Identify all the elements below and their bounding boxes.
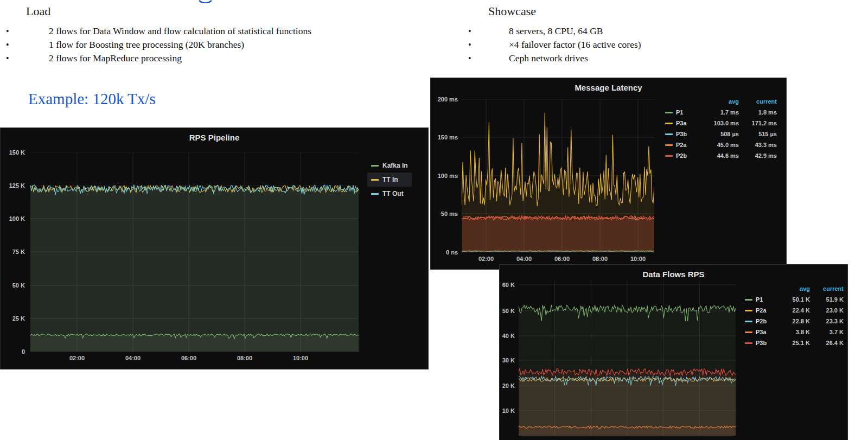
- legend-color-dash: [665, 144, 673, 146]
- y-tick-label: 50 K: [500, 308, 515, 314]
- showcase-heading: Showcase: [488, 4, 536, 18]
- y-tick-label: 50 ms: [432, 211, 458, 217]
- legend-item-tt-in[interactable]: TT In: [367, 173, 412, 187]
- legend-label: P3a: [756, 329, 767, 335]
- panel-title[interactable]: RPS Pipeline: [1, 133, 428, 142]
- legend-item-p3b[interactable]: P3b: [745, 340, 774, 346]
- plot-svg: [462, 99, 654, 252]
- legend-item-kafka-in[interactable]: Kafka In: [367, 158, 412, 173]
- legend-color-dash: [371, 193, 379, 195]
- legend-avg-p3b: 25.1 K: [774, 340, 810, 346]
- legend-avg-p2b: 22.8 K: [774, 318, 810, 324]
- x-tick-label: 04:00: [516, 256, 532, 262]
- y-tick-label: 40 K: [500, 333, 515, 339]
- legend-header-current[interactable]: current: [739, 98, 777, 105]
- legend-color-dash: [665, 133, 673, 135]
- legend-current-p3a: 171.2 ms: [739, 120, 777, 126]
- showcase-bullet-item: Ceph network drives: [462, 52, 799, 65]
- legend-label: Kafka In: [382, 162, 408, 169]
- legend-label: P3b: [756, 340, 767, 346]
- legend-avg-p2b: 44.6 ms: [697, 152, 739, 159]
- panel-title[interactable]: Message Latency: [431, 83, 786, 92]
- legend-color-dash: [371, 179, 379, 181]
- series-fill-tt-out: [30, 185, 359, 352]
- x-tick-label: 10:00: [630, 256, 646, 262]
- legend-color-dash: [745, 342, 752, 344]
- legend-item-p2a[interactable]: P2a: [665, 142, 697, 148]
- legend-label: TT Out: [382, 190, 404, 197]
- legend-color-dash: [665, 112, 673, 113]
- legend-color-dash: [745, 321, 752, 322]
- legend-label: P2a: [676, 142, 687, 148]
- legend-color-dash: [745, 331, 752, 333]
- x-tick-label: 06:00: [554, 256, 570, 262]
- y-tick-label: 25 K: [1, 315, 25, 322]
- plot-svg: [519, 280, 736, 436]
- y-tick-label: 75 K: [1, 248, 25, 255]
- series-fill-p3b: [519, 368, 736, 436]
- presentation-slide: Load 2 flows for Data Window and flow ca…: [0, 0, 868, 440]
- x-tick-label: 10:00: [293, 355, 308, 361]
- data-flows-rps-panel: Data Flows RPS 60 K50 K40 K30 K20 K10 Ka…: [499, 264, 848, 440]
- legend-item-tt-out[interactable]: TT Out: [367, 187, 412, 201]
- legend-item-p2a[interactable]: P2a: [745, 307, 774, 314]
- x-tick-label: 02:00: [478, 256, 494, 262]
- y-tick-label: 100 ms: [432, 173, 458, 179]
- showcase-bullet-item: ×4 failover factor (16 active cores): [462, 38, 799, 52]
- legend-item-p1[interactable]: P1: [665, 109, 697, 116]
- x-tick-label: 06:00: [181, 355, 196, 361]
- y-tick-label: 0: [1, 348, 25, 355]
- y-tick-label: 60 K: [500, 282, 515, 288]
- legend-color-dash: [665, 155, 673, 157]
- legend-avg-p2a: 22.4 K: [774, 307, 810, 314]
- rps-pipeline-panel: RPS Pipeline 150 K125 K100 K75 K50 K25 K…: [0, 127, 429, 369]
- legend-current-p1: 51.9 K: [810, 296, 844, 303]
- legend-item-p3a[interactable]: P3a: [745, 329, 774, 335]
- load-bullet-list: 2 flows for Data Window and flow calcula…: [0, 24, 423, 65]
- y-tick-label: 100 K: [1, 215, 25, 222]
- load-bullet-item: 2 flows for Data Window and flow calcula…: [0, 24, 423, 38]
- legend-current-p3a: 3.7 K: [810, 329, 844, 335]
- legend-item-p2b[interactable]: P2b: [745, 318, 774, 324]
- legend-item-p3a[interactable]: P3a: [665, 120, 697, 126]
- y-tick-label: 200 ms: [432, 96, 458, 103]
- showcase-bullet-list: 8 servers, 8 CPU, 64 GB ×4 failover fact…: [462, 24, 799, 65]
- legend-item-p2b[interactable]: P2b: [665, 152, 697, 159]
- load-bullet-item: 2 flows for MapReduce processing: [0, 52, 423, 65]
- legend-avg-p3b: 508 µs: [697, 131, 739, 137]
- y-tick-label: 125 K: [1, 182, 25, 189]
- legend-table: avgcurrentP11.7 ms1.8 msP3a103.0 ms171.2…: [665, 96, 777, 161]
- legend-label: P2b: [756, 318, 767, 324]
- legend-current-p2a: 43.3 ms: [739, 142, 777, 148]
- legend-label: P2a: [756, 307, 767, 314]
- legend-header-current[interactable]: current: [810, 285, 844, 292]
- legend-avg-p2a: 45.0 ms: [697, 142, 739, 148]
- panel-title[interactable]: Data Flows RPS: [500, 270, 847, 279]
- legend: Kafka InTT InTT Out: [367, 158, 412, 201]
- clipped-blue-title-fragment: [199, 0, 215, 3]
- legend-avg-p3a: 3.8 K: [774, 329, 810, 335]
- legend-header-avg[interactable]: avg: [697, 98, 739, 105]
- showcase-bullet-item: 8 servers, 8 CPU, 64 GB: [462, 24, 799, 38]
- x-tick-label: 08:00: [592, 256, 608, 262]
- legend-label: P2b: [676, 152, 687, 159]
- legend-avg-p1: 50.1 K: [774, 296, 810, 303]
- y-tick-label: 150 K: [1, 149, 25, 156]
- legend-header-avg[interactable]: avg: [774, 285, 810, 292]
- plot-svg: [30, 152, 359, 352]
- legend-avg-p1: 1.7 ms: [697, 109, 739, 116]
- y-tick-label: 20 K: [500, 382, 515, 389]
- x-tick-label: 08:00: [237, 355, 252, 361]
- legend-color-dash: [371, 165, 379, 167]
- legend-color-dash: [745, 299, 752, 301]
- legend-label: P3b: [676, 131, 687, 137]
- y-tick-label: 150 ms: [432, 134, 458, 141]
- legend-table: avgcurrentP150.1 K51.9 KP2a22.4 K23.0 KP…: [745, 283, 844, 348]
- legend-item-p1[interactable]: P1: [745, 296, 774, 303]
- y-tick-label: 30 K: [500, 357, 515, 364]
- load-heading: Load: [26, 4, 50, 18]
- legend-color-dash: [745, 310, 752, 311]
- legend-item-p3b[interactable]: P3b: [665, 131, 697, 137]
- legend-current-p2a: 23.0 K: [810, 307, 844, 314]
- legend-label: P3a: [676, 120, 687, 126]
